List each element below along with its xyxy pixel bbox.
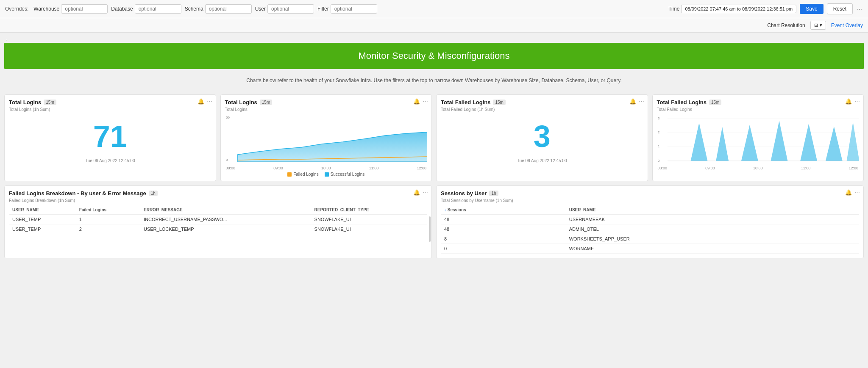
svg-marker-16 (825, 126, 842, 161)
table-row: 48 USERNAMEEAK (441, 215, 859, 224)
bell-icon[interactable]: 🔔 (198, 98, 204, 105)
svg-text:0: 0 (657, 159, 659, 163)
sort-down-icon: ↓ (444, 208, 446, 212)
more-icon[interactable]: ⋯ (639, 98, 644, 105)
x-label: 12:00 (849, 166, 858, 170)
event-overlay-link[interactable]: Event Overlay (831, 22, 863, 28)
svg-text:50: 50 (225, 116, 229, 119)
svg-marker-12 (716, 127, 729, 161)
widget-title: Failed Logins Breakdown - By user & Erro… (9, 190, 146, 196)
user-label: User (255, 6, 266, 12)
col-client-type[interactable]: REPORTED_CLIENT_TYPE (311, 205, 427, 215)
schema-input[interactable] (205, 4, 252, 14)
warehouse-group: Warehouse (33, 4, 108, 14)
filter-input[interactable] (331, 4, 377, 14)
col-username[interactable]: USER_NAME (566, 205, 859, 215)
table-header-row: ↓ Sessions USER_NAME (441, 205, 859, 215)
x-label: 12:00 (417, 166, 426, 170)
cell-client: SNOWFLAKE_UI (311, 224, 427, 234)
widget-header: Total Failed Logins 15m 🔔 ⋯ (441, 99, 643, 105)
widget-actions: 🔔 ⋯ (845, 98, 860, 105)
total-logins-number-widget: Total Logins 15m 🔔 ⋯ Total Logins (1h Su… (4, 94, 216, 181)
user-input[interactable] (267, 4, 314, 14)
legend-failed-label: Failed Logins (293, 172, 318, 177)
bell-icon[interactable]: 🔔 (413, 189, 420, 196)
bell-icon[interactable]: 🔔 (629, 98, 636, 105)
widget-subtitle: Total Failed Logins (1h Sum) (441, 107, 643, 112)
cell-username: ADMIN_OTEL (566, 224, 859, 234)
widget-actions: 🔔 ⋯ (413, 189, 428, 196)
line-chart-svg: 50 0 (225, 114, 428, 165)
bell-icon[interactable]: 🔔 (413, 98, 420, 105)
x-axis-labels: 08:00 09:00 10:00 11:00 12:00 (657, 166, 860, 170)
widget-actions: 🔔 ⋯ (198, 98, 212, 105)
bell-icon[interactable]: 🔔 (845, 98, 852, 105)
more-icon[interactable]: ⋯ (423, 98, 428, 105)
time-value: 08/09/2022 07:47:46 am to 08/09/2022 12:… (681, 5, 796, 13)
widget-title: Total Failed Logins (657, 99, 707, 105)
page-content: · Monitor Security & Misconfigurations C… (0, 33, 868, 263)
total-logins-chart-widget: Total Logins 15m 🔔 ⋯ Total Logins 50 0 (220, 94, 432, 181)
widget-subtitle: Total Logins (225, 107, 428, 112)
widget-subtitle: Total Failed Logins (657, 107, 860, 112)
more-icon[interactable]: ⋯ (423, 189, 428, 196)
widget-subtitle: Failed Logins Breakdown (1h Sum) (9, 198, 427, 203)
widget-badge: 15m (493, 100, 505, 105)
table-row: 0 WORNAME (441, 244, 859, 254)
col-error-message[interactable]: ERROR_MESSAGE (140, 205, 311, 215)
col-sessions[interactable]: ↓ Sessions (441, 205, 566, 215)
widget-actions: 🔔 ⋯ (629, 98, 644, 105)
big-number-time: Tue 09 Aug 2022 12:45:00 (9, 158, 211, 163)
cell-username: WORNAME (566, 244, 859, 254)
overrides-label: Overrides: (5, 6, 28, 12)
widget-badge: 1h (149, 191, 158, 196)
cell-failed: 1 (76, 215, 140, 224)
chart-area: 50 0 (225, 114, 428, 165)
more-icon[interactable]: ⋯ (854, 189, 860, 196)
widget-row-1: Total Logins 15m 🔔 ⋯ Total Logins (1h Su… (4, 94, 864, 181)
col-user-name[interactable]: USER_NAME (9, 205, 76, 215)
widget-header: Total Logins 15m 🔔 ⋯ (225, 99, 428, 105)
save-button[interactable]: Save (800, 4, 823, 14)
database-input[interactable] (135, 4, 181, 14)
more-icon[interactable]: ⋯ (854, 98, 860, 105)
dashboard-header: Monitor Security & Misconfigurations (4, 43, 864, 69)
widget-title: Sessions by User (441, 190, 487, 196)
top-bar: Overrides: Warehouse Database Schema Use… (0, 0, 868, 18)
widget-actions: 🔔 ⋯ (845, 189, 860, 196)
widget-subtitle: Total Logins (1h Sum) (9, 107, 211, 112)
svg-marker-11 (690, 123, 707, 161)
svg-marker-14 (771, 121, 787, 161)
success-color-dot (325, 172, 329, 177)
table-row: USER_TEMP 1 INCORRECT_USERNAME_PASSWO...… (9, 215, 427, 224)
col-failed-logins[interactable]: Failed Logins (76, 205, 140, 215)
x-axis-labels: 08:00 09:00 10:00 11:00 12:00 (225, 166, 428, 170)
svg-marker-13 (741, 125, 758, 161)
chart-resolution-label: Chart Resolution (767, 22, 805, 28)
widget-title: Total Logins (9, 99, 41, 105)
reset-button[interactable]: Reset (827, 3, 853, 14)
widget-badge: 15m (260, 100, 272, 105)
cell-username: WORKSHEETS_APP_USER (566, 234, 859, 244)
more-options-icon[interactable]: ⋯ (856, 5, 863, 13)
cell-error: USER_LOCKED_TEMP (140, 224, 311, 234)
chart-area: 3 2 1 0 (657, 114, 860, 165)
widget-badge: 15m (44, 100, 56, 105)
scroll-indicator[interactable] (429, 216, 431, 242)
svg-text:1: 1 (657, 144, 659, 148)
table-row: 48 ADMIN_OTEL (441, 224, 859, 234)
more-icon[interactable]: ⋯ (207, 98, 212, 105)
chevron-down-icon: ▾ (820, 22, 822, 28)
x-label: 09:00 (273, 166, 283, 170)
resolution-button[interactable]: ⊞ ▾ (810, 21, 826, 30)
svg-marker-15 (800, 124, 817, 161)
bell-icon[interactable]: 🔔 (845, 189, 852, 196)
schema-group: Schema (185, 4, 252, 14)
legend-success: Successful Logins (325, 172, 365, 177)
time-label: Time (668, 6, 679, 12)
widget-subtitle: Total Sessions by Username (1h Sum) (441, 198, 859, 203)
cell-username: USERNAMEEAK (566, 215, 859, 224)
time-group: Time 08/09/2022 07:47:46 am to 08/09/202… (668, 5, 796, 13)
warehouse-input[interactable] (61, 4, 108, 14)
dot-marker: · (4, 37, 9, 43)
